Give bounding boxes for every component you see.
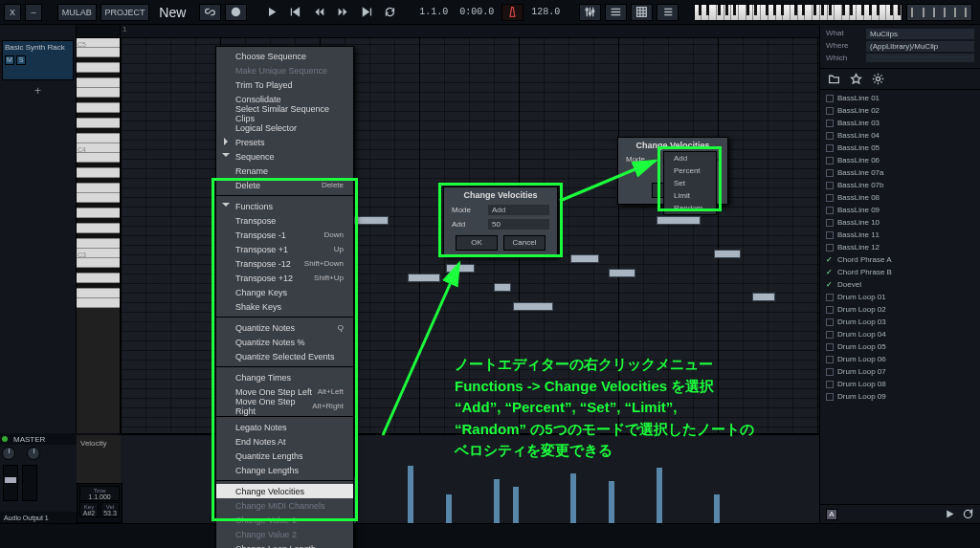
mode-field[interactable]: Add: [488, 205, 549, 215]
solo-button[interactable]: S: [16, 55, 26, 65]
tool-mixer-icon[interactable]: [579, 4, 601, 21]
tempo-display[interactable]: 128.0: [527, 7, 564, 17]
midi-note[interactable]: [570, 254, 599, 263]
browser-item[interactable]: Drum Loop 01: [820, 291, 980, 303]
velocity-bar[interactable]: [446, 494, 452, 523]
position-display[interactable]: 1.1.0: [415, 7, 452, 17]
menu-transpose-m1[interactable]: Transpose -1Down: [216, 228, 353, 242]
pan-knob[interactable]: [2, 447, 15, 460]
mode-dropdown[interactable]: Add Percent Set Limit Random: [663, 151, 717, 215]
browser-item[interactable]: BassLine 12: [820, 241, 980, 253]
rewind-start-button[interactable]: [285, 4, 305, 21]
ok-button[interactable]: OK: [456, 235, 498, 251]
menu-change-lengths[interactable]: Change Lengths: [216, 463, 353, 477]
add-track-button[interactable]: +: [2, 82, 74, 99]
menu-quantize-selected-events[interactable]: Quantize Selected Events: [216, 349, 353, 363]
menu-make-unique[interactable]: Make Unique Sequence: [216, 63, 353, 77]
velocity-bar[interactable]: [513, 487, 519, 523]
forward-end-button[interactable]: [357, 4, 377, 21]
cancel-button[interactable]: Cancel: [503, 235, 546, 251]
folder-icon[interactable]: [828, 73, 840, 85]
menu-change-value-2[interactable]: Change Value 2: [216, 527, 353, 541]
velocity-bar[interactable]: [609, 481, 614, 523]
browser-item[interactable]: BassLine 07a: [820, 166, 980, 179]
browser-item[interactable]: BassLine 06: [820, 154, 980, 166]
menu-change-loop-length[interactable]: Change Loop Length: [216, 541, 353, 548]
menu-transpose-p1[interactable]: Transpose +1Up: [216, 242, 353, 256]
mode-option[interactable]: Set: [664, 177, 716, 189]
menu-change-keys[interactable]: Change Keys: [216, 285, 353, 299]
track-header[interactable]: Basic Synth Rack M S: [2, 40, 74, 80]
loop-preview-icon[interactable]: [962, 508, 974, 520]
meta-where-value[interactable]: (AppLibrary)/MuClip: [866, 41, 974, 52]
keyboard-display[interactable]: [694, 4, 902, 21]
metronome-button[interactable]: [501, 4, 523, 21]
piano-keys[interactable]: C5 C4 C3: [77, 25, 121, 433]
footer-a-button[interactable]: A: [826, 509, 837, 520]
star-icon[interactable]: [850, 73, 862, 85]
browser-item[interactable]: Drum Loop 06: [820, 353, 980, 365]
menu-delete[interactable]: DeleteDelete: [216, 178, 353, 192]
time-display[interactable]: 0:00.0: [456, 7, 498, 17]
browser-item[interactable]: BassLine 05: [820, 142, 980, 154]
menu-logical-selector[interactable]: Logical Selector: [216, 121, 353, 135]
browser-item[interactable]: Drum Loop 04: [820, 328, 980, 340]
tool-table-icon[interactable]: [631, 4, 653, 21]
rewind-button[interactable]: [309, 4, 329, 21]
menu-transpose-p12[interactable]: Transpose +12Shift+Up: [216, 271, 353, 285]
browser-item[interactable]: Drum Loop 03: [820, 316, 980, 328]
mute-button[interactable]: M: [5, 55, 14, 65]
link-icon[interactable]: [199, 4, 221, 21]
browser-item[interactable]: Drum Loop 08: [820, 378, 980, 390]
midi-note[interactable]: [494, 283, 511, 292]
browser-item[interactable]: BassLine 08: [820, 191, 980, 204]
meta-which-value[interactable]: [866, 54, 974, 62]
menu-quantize-lengths[interactable]: Quantize Lengths: [216, 449, 353, 463]
midi-note[interactable]: [350, 216, 389, 225]
browser-item[interactable]: Drum Loop 07: [820, 365, 980, 378]
menu-shake-keys[interactable]: Shake Keys: [216, 299, 353, 314]
menu-change-times[interactable]: Change Times: [216, 370, 353, 384]
play-preview-icon[interactable]: [944, 508, 956, 520]
channel-name[interactable]: MASTER: [13, 435, 45, 444]
velocity-bar[interactable]: [408, 466, 413, 523]
loop-button[interactable]: [380, 4, 400, 21]
midi-note[interactable]: [513, 302, 553, 311]
browser-item[interactable]: Drum Loop 09: [820, 390, 980, 403]
midi-note[interactable]: [714, 250, 741, 258]
gain-knob[interactable]: [27, 447, 40, 460]
record-button[interactable]: [225, 4, 247, 21]
menu-functions[interactable]: Functions: [216, 199, 353, 213]
tool-list-icon[interactable]: [657, 4, 679, 21]
midi-note[interactable]: [408, 274, 440, 282]
menu-select-similar[interactable]: Select Similar Sequence Clips: [216, 106, 353, 121]
menu-sequence[interactable]: Sequence: [216, 149, 353, 164]
browser-item[interactable]: Chord Phrase B: [820, 266, 980, 278]
mode-option[interactable]: Limit: [664, 189, 716, 202]
velocity-bar[interactable]: [714, 494, 720, 523]
midi-note[interactable]: [609, 269, 635, 277]
tool-grid-icon[interactable]: [605, 4, 627, 21]
browser-item[interactable]: Drum Loop 05: [820, 340, 980, 353]
timeline-ruler[interactable]: 1: [121, 25, 819, 38]
midi-note[interactable]: [752, 293, 775, 301]
browser-item[interactable]: BassLine 09: [820, 204, 980, 216]
menu-trim[interactable]: Trim To Played: [216, 77, 353, 92]
close-button[interactable]: X: [4, 4, 21, 21]
menu-choose-sequence[interactable]: Choose Sequence: [216, 49, 353, 63]
browser-item[interactable]: BassLine 03: [820, 117, 980, 129]
velocity-bar[interactable]: [657, 468, 662, 523]
browser-item[interactable]: Chord Phrase A: [820, 253, 980, 266]
project-name[interactable]: New: [153, 5, 191, 20]
menu-change-midi-channels[interactable]: Change MIDI Channels: [216, 498, 353, 513]
browser-item[interactable]: Doevel: [820, 278, 980, 291]
menu-move-step-right[interactable]: Move One Step RightAlt+Right: [216, 399, 353, 413]
add-field[interactable]: 50: [488, 219, 549, 230]
meta-what-value[interactable]: MuClips: [866, 29, 974, 39]
gear-icon[interactable]: [872, 73, 884, 85]
mode-option[interactable]: Add: [664, 152, 716, 164]
menu-transpose[interactable]: Transpose: [216, 213, 353, 228]
browser-item[interactable]: BassLine 11: [820, 229, 980, 241]
browser-list[interactable]: BassLine 01BassLine 02BassLine 03BassLin…: [820, 90, 980, 504]
min-button[interactable]: –: [25, 4, 42, 21]
